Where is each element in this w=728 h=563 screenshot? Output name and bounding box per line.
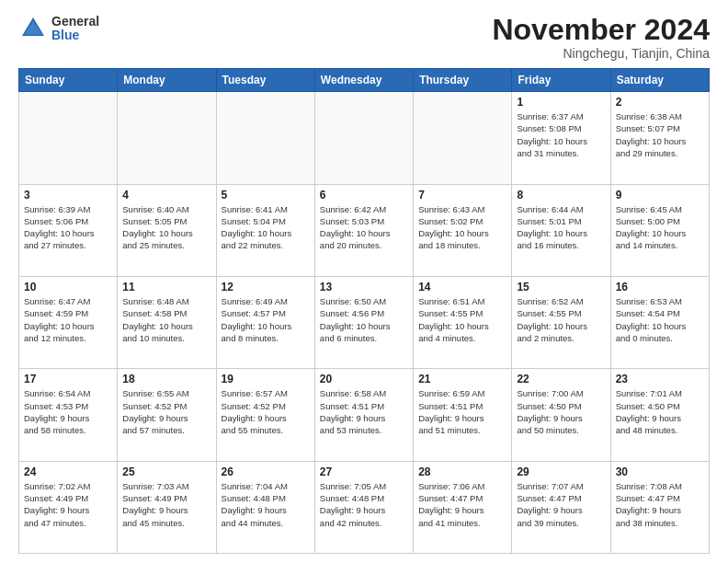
day-number-11: 11 (122, 281, 210, 293)
day-number-13: 13 (320, 281, 408, 293)
day-info-7: Sunrise: 6:43 AM Sunset: 5:02 PM Dayligh… (418, 203, 506, 252)
cell-1-4: 7Sunrise: 6:43 AM Sunset: 5:02 PM Daylig… (414, 184, 512, 276)
day-info-9: Sunrise: 6:45 AM Sunset: 5:00 PM Dayligh… (616, 203, 704, 252)
day-info-26: Sunrise: 7:04 AM Sunset: 4:48 PM Dayligh… (222, 480, 310, 529)
day-info-13: Sunrise: 6:50 AM Sunset: 4:56 PM Dayligh… (320, 295, 408, 344)
day-number-4: 4 (122, 189, 210, 201)
day-info-6: Sunrise: 6:42 AM Sunset: 5:03 PM Dayligh… (320, 203, 408, 252)
page: General Blue November 2024 Ningchegu, Ti… (0, 0, 728, 563)
cell-0-6: 2Sunrise: 6:38 AM Sunset: 5:07 PM Daylig… (610, 92, 709, 184)
cell-2-5: 15Sunrise: 6:52 AM Sunset: 4:55 PM Dayli… (512, 276, 610, 368)
cell-4-6: 30Sunrise: 7:08 AM Sunset: 4:47 PM Dayli… (610, 461, 709, 553)
day-info-1: Sunrise: 6:37 AM Sunset: 5:08 PM Dayligh… (517, 110, 605, 159)
day-info-4: Sunrise: 6:40 AM Sunset: 5:05 PM Dayligh… (122, 203, 210, 252)
logo: General Blue (18, 14, 99, 43)
cell-1-0: 3Sunrise: 6:39 AM Sunset: 5:06 PM Daylig… (19, 184, 118, 276)
cell-1-1: 4Sunrise: 6:40 AM Sunset: 5:05 PM Daylig… (118, 184, 216, 276)
day-number-2: 2 (616, 96, 704, 109)
cell-2-2: 12Sunrise: 6:49 AM Sunset: 4:57 PM Dayli… (216, 276, 314, 368)
day-info-17: Sunrise: 6:54 AM Sunset: 4:53 PM Dayligh… (24, 387, 112, 436)
day-info-25: Sunrise: 7:03 AM Sunset: 4:49 PM Dayligh… (122, 480, 210, 529)
day-info-29: Sunrise: 7:07 AM Sunset: 4:47 PM Dayligh… (517, 480, 605, 529)
day-number-23: 23 (616, 373, 704, 385)
day-number-28: 28 (418, 465, 506, 478)
day-number-25: 25 (122, 465, 210, 478)
day-info-12: Sunrise: 6:49 AM Sunset: 4:57 PM Dayligh… (222, 295, 310, 344)
day-info-16: Sunrise: 6:53 AM Sunset: 4:54 PM Dayligh… (616, 295, 704, 344)
day-info-20: Sunrise: 6:58 AM Sunset: 4:51 PM Dayligh… (320, 387, 408, 436)
cell-0-5: 1Sunrise: 6:37 AM Sunset: 5:08 PM Daylig… (512, 92, 610, 184)
day-number-14: 14 (418, 281, 506, 293)
day-number-15: 15 (517, 281, 605, 293)
day-number-21: 21 (418, 373, 506, 385)
day-number-17: 17 (24, 373, 112, 385)
cell-1-2: 5Sunrise: 6:41 AM Sunset: 5:04 PM Daylig… (216, 184, 314, 276)
cell-4-5: 29Sunrise: 7:07 AM Sunset: 4:47 PM Dayli… (512, 461, 610, 553)
day-number-8: 8 (517, 189, 605, 201)
cell-0-2 (216, 92, 314, 184)
day-info-22: Sunrise: 7:00 AM Sunset: 4:50 PM Dayligh… (517, 387, 605, 436)
day-number-18: 18 (122, 373, 210, 385)
day-number-30: 30 (616, 465, 704, 478)
day-info-2: Sunrise: 6:38 AM Sunset: 5:07 PM Dayligh… (616, 110, 704, 159)
day-info-27: Sunrise: 7:05 AM Sunset: 4:48 PM Dayligh… (320, 480, 408, 529)
day-number-24: 24 (24, 465, 112, 478)
month-title: November 2024 (492, 14, 710, 46)
week-row-2: 10Sunrise: 6:47 AM Sunset: 4:59 PM Dayli… (19, 276, 710, 368)
calendar-header-row: Sunday Monday Tuesday Wednesday Thursday… (19, 69, 710, 92)
logo-icon (18, 14, 48, 43)
day-info-19: Sunrise: 6:57 AM Sunset: 4:52 PM Dayligh… (222, 387, 310, 436)
cell-2-0: 10Sunrise: 6:47 AM Sunset: 4:59 PM Dayli… (19, 276, 118, 368)
cell-4-0: 24Sunrise: 7:02 AM Sunset: 4:49 PM Dayli… (19, 461, 118, 553)
day-number-20: 20 (320, 373, 408, 385)
day-info-5: Sunrise: 6:41 AM Sunset: 5:04 PM Dayligh… (222, 203, 310, 252)
cell-3-0: 17Sunrise: 6:54 AM Sunset: 4:53 PM Dayli… (19, 369, 118, 461)
day-info-28: Sunrise: 7:06 AM Sunset: 4:47 PM Dayligh… (418, 480, 506, 529)
col-sunday: Sunday (19, 69, 118, 92)
day-info-15: Sunrise: 6:52 AM Sunset: 4:55 PM Dayligh… (517, 295, 605, 344)
day-number-19: 19 (222, 373, 310, 385)
day-number-7: 7 (418, 189, 506, 201)
day-info-23: Sunrise: 7:01 AM Sunset: 4:50 PM Dayligh… (616, 387, 704, 436)
day-info-10: Sunrise: 6:47 AM Sunset: 4:59 PM Dayligh… (24, 295, 112, 344)
col-friday: Friday (512, 69, 610, 92)
cell-1-5: 8Sunrise: 6:44 AM Sunset: 5:01 PM Daylig… (512, 184, 610, 276)
day-info-8: Sunrise: 6:44 AM Sunset: 5:01 PM Dayligh… (517, 203, 605, 252)
cell-2-3: 13Sunrise: 6:50 AM Sunset: 4:56 PM Dayli… (314, 276, 413, 368)
day-info-24: Sunrise: 7:02 AM Sunset: 4:49 PM Dayligh… (24, 480, 112, 529)
day-number-6: 6 (320, 189, 408, 201)
col-saturday: Saturday (610, 69, 709, 92)
cell-0-4 (414, 92, 512, 184)
week-row-0: 1Sunrise: 6:37 AM Sunset: 5:08 PM Daylig… (19, 92, 710, 184)
cell-4-2: 26Sunrise: 7:04 AM Sunset: 4:48 PM Dayli… (216, 461, 314, 553)
col-tuesday: Tuesday (216, 69, 314, 92)
logo-blue-label: Blue (51, 29, 99, 42)
day-info-11: Sunrise: 6:48 AM Sunset: 4:58 PM Dayligh… (122, 295, 210, 344)
day-number-26: 26 (222, 465, 310, 478)
day-number-1: 1 (517, 96, 605, 109)
day-info-30: Sunrise: 7:08 AM Sunset: 4:47 PM Dayligh… (616, 480, 704, 529)
day-info-18: Sunrise: 6:55 AM Sunset: 4:52 PM Dayligh… (122, 387, 210, 436)
cell-3-3: 20Sunrise: 6:58 AM Sunset: 4:51 PM Dayli… (314, 369, 413, 461)
cell-1-3: 6Sunrise: 6:42 AM Sunset: 5:03 PM Daylig… (314, 184, 413, 276)
cell-4-3: 27Sunrise: 7:05 AM Sunset: 4:48 PM Dayli… (314, 461, 413, 553)
week-row-4: 24Sunrise: 7:02 AM Sunset: 4:49 PM Dayli… (19, 461, 710, 553)
day-number-5: 5 (222, 189, 310, 201)
week-row-3: 17Sunrise: 6:54 AM Sunset: 4:53 PM Dayli… (19, 369, 710, 461)
cell-2-6: 16Sunrise: 6:53 AM Sunset: 4:54 PM Dayli… (610, 276, 709, 368)
day-info-14: Sunrise: 6:51 AM Sunset: 4:55 PM Dayligh… (418, 295, 506, 344)
col-thursday: Thursday (414, 69, 512, 92)
cell-0-3 (314, 92, 413, 184)
logo-text: General Blue (51, 15, 99, 43)
cell-4-1: 25Sunrise: 7:03 AM Sunset: 4:49 PM Dayli… (118, 461, 216, 553)
header: General Blue November 2024 Ningchegu, Ti… (18, 14, 710, 61)
cell-4-4: 28Sunrise: 7:06 AM Sunset: 4:47 PM Dayli… (414, 461, 512, 553)
cell-3-2: 19Sunrise: 6:57 AM Sunset: 4:52 PM Dayli… (216, 369, 314, 461)
location: Ningchegu, Tianjin, China (492, 46, 710, 61)
col-monday: Monday (118, 69, 216, 92)
day-number-9: 9 (616, 189, 704, 201)
logo-general-label: General (51, 15, 99, 29)
day-number-22: 22 (517, 373, 605, 385)
cell-0-0 (19, 92, 118, 184)
cell-2-4: 14Sunrise: 6:51 AM Sunset: 4:55 PM Dayli… (414, 276, 512, 368)
